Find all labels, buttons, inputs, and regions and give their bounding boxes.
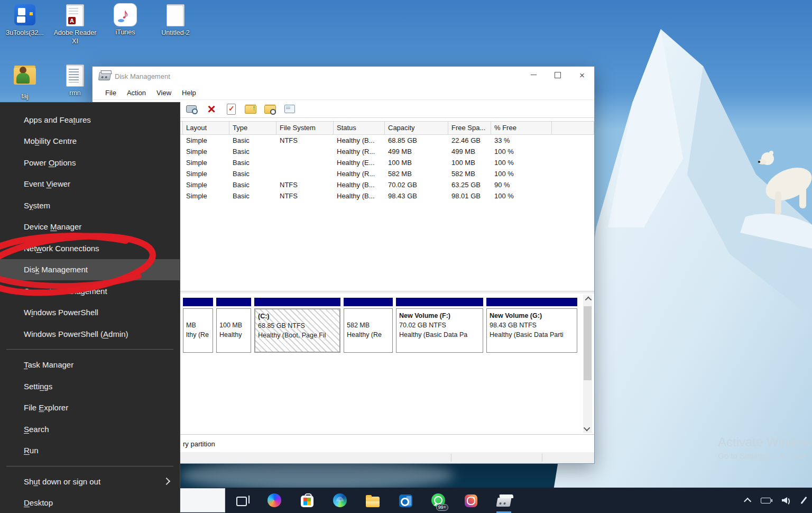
menu-item-shut-down-or-sign-out[interactable]: Shut down or sign out [0,471,180,492]
menu-item-task-manager[interactable]: Task Manager [0,354,180,376]
taskbar-microsoft-store-button[interactable] [297,488,318,513]
taskbar-instagram-button[interactable] [460,488,482,513]
volume-cell: 70.02 GB [385,181,448,189]
column-header[interactable]: Free Spa... [448,122,491,134]
menu-item-disk-management[interactable]: Disk Management [0,259,180,281]
console-window-icon[interactable] [186,103,198,115]
vertical-scrollbar[interactable] [583,295,592,433]
watermark-line2: Go to Settings to activate [718,451,812,460]
desktop-icon-label: iTunes [102,29,149,37]
menu-item-label: Apps and Features [24,115,91,124]
menu-help[interactable]: Help [177,89,201,97]
menu-item-label: Device Manager [24,222,81,231]
volume-cell: 100 MB [385,159,448,167]
partition-block-newvolumef[interactable]: New Volume (F:)70.02 GB NTFSHealthy (Bas… [396,298,483,353]
battery-icon[interactable] [760,495,771,506]
properties-icon[interactable] [283,103,296,115]
menu-item-windows-powershell-admin[interactable]: Windows PowerShell (Admin) [0,323,180,345]
volume-cell: Basic [229,136,276,144]
statusbar-divider [542,454,542,462]
volume-cell: Healthy (B... [334,136,385,144]
column-header[interactable]: Type [229,122,276,134]
menu-item-apps-and-features[interactable]: Apps and Features [0,109,180,131]
menu-item-desktop[interactable]: Desktop [0,492,180,513]
volume-cell: Basic [229,181,276,189]
partition-block-c[interactable]: (C:)68.85 GB NTFSHealthy (Boot, Page Fil [254,298,340,353]
partition-color-bar [486,298,577,306]
volume-icon[interactable] [779,495,790,506]
partition-color-bar [183,298,213,306]
volume-cell: 100 MB [448,159,491,167]
menu-item-device-manager[interactable]: Device Manager [0,216,180,238]
menu-item-label: Shut down or sign out [24,477,100,486]
edge-icon [333,493,347,507]
menu-separator [0,345,180,354]
desktop-icon-adobe-reader[interactable]: Adobe Reader XI [51,3,99,45]
column-header[interactable]: Layout [183,122,229,134]
menu-item-computer-management[interactable]: Computer Management [0,280,180,302]
menu-item-label: File Explorer [24,403,68,412]
menu-item-network-connections[interactable]: Network Connections [0,237,180,259]
menu-item-event-viewer[interactable]: Event Viewer [0,173,180,195]
partition-color-bar [344,298,393,306]
menu-item-power-options[interactable]: Power Options [0,152,180,173]
taskbar-whatsapp-button[interactable]: 99+ [428,488,449,513]
folder-up-icon[interactable] [244,103,257,115]
store-icon [301,496,313,507]
taskbar-edge-button[interactable] [329,488,350,513]
menu-item-windows-powershell[interactable]: Windows PowerShell [0,302,180,324]
desktop-icon-untitled-2[interactable]: Untitled-2 [152,3,199,38]
window-titlebar[interactable]: Disk Management × [93,67,594,86]
taskbar-file-explorer-button[interactable] [362,488,383,513]
scroll-down-button[interactable] [583,424,592,433]
volume-cell: 100 % [491,148,552,155]
menu-item-system[interactable]: System [0,195,180,216]
menu-item-mobility-centre[interactable]: Mobility Centre [0,131,180,152]
legend-text: ry partition [183,440,215,448]
partition-block-newvolumeg[interactable]: New Volume (G:)98.43 GB NTFSHealthy (Bas… [486,298,577,353]
partition-block[interactable]: 100 MBHealthy [216,298,251,353]
check-document-icon[interactable] [225,103,237,115]
taskbar-disk-management-button[interactable] [493,488,514,513]
menu-item-settings[interactable]: Settings [0,375,180,397]
menu-item-label: Disk Management [24,265,88,274]
folder-search-icon[interactable] [264,103,276,115]
taskbar-apps: 99+ [180,488,514,513]
scroll-up-button[interactable] [583,295,592,304]
close-button[interactable]: × [570,67,594,84]
menu-item-label: Settings [24,382,52,391]
desktop-icon-3utools[interactable]: 3uTools(32... [1,3,49,38]
column-header[interactable]: % Free [491,122,552,134]
menu-file[interactable]: File [100,89,122,97]
menu-item-label: Mobility Centre [24,136,77,145]
partition-block[interactable]: MBlthy (Re [183,298,213,353]
volume-cell: 98.43 GB [385,192,448,200]
maximize-button[interactable] [546,67,570,84]
chevron-down-icon [584,425,590,432]
menu-item-run[interactable]: Run [0,440,180,462]
copilot-icon [267,493,281,507]
outlook-icon [399,494,412,507]
desktop-icon-taj[interactable]: taj [1,63,49,101]
taskbar-task-view-button[interactable] [231,488,252,513]
column-header[interactable]: Capacity [385,122,448,134]
partition-block[interactable]: 582 MBHealthy (Re [344,298,393,353]
column-header[interactable]: File System [276,122,334,134]
minimize-button[interactable] [521,67,546,84]
tray-chevron-up-icon[interactable] [741,495,752,506]
taskbar-copilot-button[interactable] [264,488,285,513]
pen-icon[interactable] [798,495,809,506]
column-header[interactable]: Status [334,122,385,134]
adobe-reader-icon [66,4,84,26]
desktop-icon-itunes[interactable]: iTunes [102,3,149,37]
disk-drive-icon [496,498,512,507]
menu-view[interactable]: View [151,89,177,97]
volume-cell: Healthy (E... [334,159,385,167]
delete-x-icon[interactable] [205,103,218,115]
menu-action[interactable]: Action [122,89,151,97]
scrollbar-thumb[interactable] [584,306,592,380]
menu-item-search[interactable]: Search [0,418,180,440]
volume-cell: 98.01 GB [448,192,491,200]
menu-item-file-explorer[interactable]: File Explorer [0,397,180,419]
taskbar-outlook-button[interactable] [395,488,416,513]
